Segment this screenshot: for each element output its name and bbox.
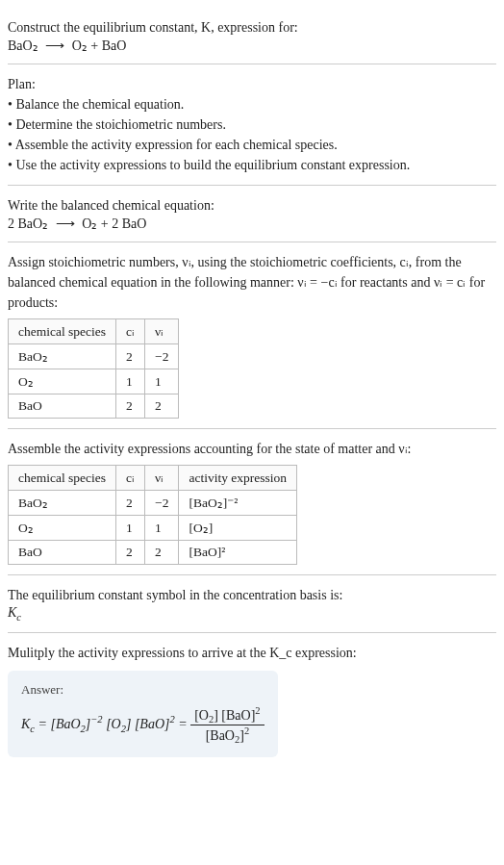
col-header: νᵢ bbox=[145, 319, 179, 344]
answer-label: Answer: bbox=[21, 682, 265, 698]
cell-c: 2 bbox=[116, 491, 145, 516]
symbol-heading: The equilibrium constant symbol in the c… bbox=[8, 585, 496, 605]
cell-v: −2 bbox=[145, 344, 179, 369]
eq-right: O₂ + BaO bbox=[72, 38, 127, 53]
cell-species: O₂ bbox=[9, 516, 116, 541]
answer-expression: Kc = [BaO2]−2 [O2] [BaO]2 = [O2] [BaO]2 … bbox=[21, 705, 265, 746]
cell-species: BaO₂ bbox=[9, 344, 116, 369]
arrow-icon: ⟶ bbox=[45, 38, 64, 54]
cell-c: 1 bbox=[116, 369, 145, 394]
col-header: chemical species bbox=[9, 319, 116, 344]
cell-c: 1 bbox=[116, 516, 145, 541]
cell-v: 1 bbox=[145, 516, 179, 541]
cell-v: 1 bbox=[145, 369, 179, 394]
table-row: BaO 2 2 bbox=[9, 394, 179, 419]
fraction-numerator: [O2] [BaO]2 bbox=[190, 705, 264, 725]
kc-symbol: Kc bbox=[8, 605, 21, 620]
cell-species: O₂ bbox=[9, 369, 116, 394]
table-row: BaO₂ 2 −2 bbox=[9, 344, 179, 369]
col-header: cᵢ bbox=[116, 319, 145, 344]
intro-section: Construct the equilibrium constant, K, e… bbox=[8, 8, 496, 64]
cell-species: BaO bbox=[9, 394, 116, 419]
balanced-heading: Write the balanced chemical equation: bbox=[8, 195, 496, 216]
cell-c: 2 bbox=[116, 541, 145, 565]
eq-left: BaO₂ bbox=[8, 38, 38, 53]
stoich-section: Assign stoichiometric numbers, νᵢ, using… bbox=[8, 242, 496, 429]
activity-section: Assemble the activity expressions accoun… bbox=[8, 429, 496, 575]
eq-left: 2 BaO₂ bbox=[8, 216, 48, 231]
table-header-row: chemical species cᵢ νᵢ bbox=[9, 319, 179, 344]
plan-section: Plan: • Balance the chemical equation. •… bbox=[8, 64, 496, 186]
final-section: Mulitply the activity expressions to arr… bbox=[8, 633, 496, 767]
balanced-equation: 2 BaO₂ ⟶ O₂ + 2 BaO bbox=[8, 216, 496, 232]
table-row: BaO 2 2 [BaO]² bbox=[9, 541, 297, 565]
col-header: chemical species bbox=[9, 466, 116, 491]
stoich-table: chemical species cᵢ νᵢ BaO₂ 2 −2 O₂ 1 1 … bbox=[8, 318, 179, 419]
fraction-denominator: [BaO2]2 bbox=[190, 725, 264, 745]
intro-line: Construct the equilibrium constant, K, e… bbox=[8, 17, 496, 38]
col-header: νᵢ bbox=[145, 466, 179, 491]
plan-item-text: Use the activity expressions to build th… bbox=[15, 158, 410, 172]
intro-text: Construct the equilibrium constant, K, e… bbox=[8, 20, 298, 35]
cell-expr: [BaO]² bbox=[179, 541, 297, 565]
cell-expr: [O₂] bbox=[179, 516, 297, 541]
table-row: BaO₂ 2 −2 [BaO₂]⁻² bbox=[9, 491, 297, 516]
plan-item: • Use the activity expressions to build … bbox=[8, 155, 496, 175]
cell-v: −2 bbox=[145, 491, 179, 516]
plan-heading: Plan: bbox=[8, 74, 496, 94]
cell-c: 2 bbox=[116, 394, 145, 419]
activity-heading: Assemble the activity expressions accoun… bbox=[8, 439, 496, 459]
balanced-section: Write the balanced chemical equation: 2 … bbox=[8, 186, 496, 242]
plan-item: • Balance the chemical equation. bbox=[8, 94, 496, 114]
answer-lhs: Kc = [BaO2]−2 [O2] [BaO]2 = bbox=[21, 717, 190, 731]
eq-right: O₂ + 2 BaO bbox=[82, 216, 146, 231]
plan-item-text: Assemble the activity expression for eac… bbox=[15, 138, 338, 152]
plan-item: • Determine the stoichiometric numbers. bbox=[8, 114, 496, 135]
intro-equation: BaO₂ ⟶ O₂ + BaO bbox=[8, 38, 496, 54]
table-row: O₂ 1 1 [O₂] bbox=[9, 516, 297, 541]
col-header: activity expression bbox=[179, 466, 297, 491]
symbol-value: Kc bbox=[8, 605, 496, 623]
cell-v: 2 bbox=[145, 394, 179, 419]
plan-item-text: Balance the chemical equation. bbox=[15, 97, 184, 112]
stoich-heading: Assign stoichiometric numbers, νᵢ, using… bbox=[8, 252, 496, 313]
activity-table: chemical species cᵢ νᵢ activity expressi… bbox=[8, 465, 297, 565]
arrow-icon: ⟶ bbox=[56, 216, 75, 232]
cell-expr: [BaO₂]⁻² bbox=[179, 491, 297, 516]
table-header-row: chemical species cᵢ νᵢ activity expressi… bbox=[9, 466, 297, 491]
cell-c: 2 bbox=[116, 344, 145, 369]
answer-fraction: [O2] [BaO]2 [BaO2]2 bbox=[190, 705, 264, 746]
col-header: cᵢ bbox=[116, 466, 145, 491]
plan-item-text: Determine the stoichiometric numbers. bbox=[15, 117, 226, 132]
table-row: O₂ 1 1 bbox=[9, 369, 179, 394]
cell-species: BaO bbox=[9, 541, 116, 565]
symbol-section: The equilibrium constant symbol in the c… bbox=[8, 575, 496, 633]
plan-item: • Assemble the activity expression for e… bbox=[8, 135, 496, 155]
final-heading: Mulitply the activity expressions to arr… bbox=[8, 643, 496, 663]
answer-box: Answer: Kc = [BaO2]−2 [O2] [BaO]2 = [O2]… bbox=[8, 671, 278, 757]
cell-v: 2 bbox=[145, 541, 179, 565]
cell-species: BaO₂ bbox=[9, 491, 116, 516]
